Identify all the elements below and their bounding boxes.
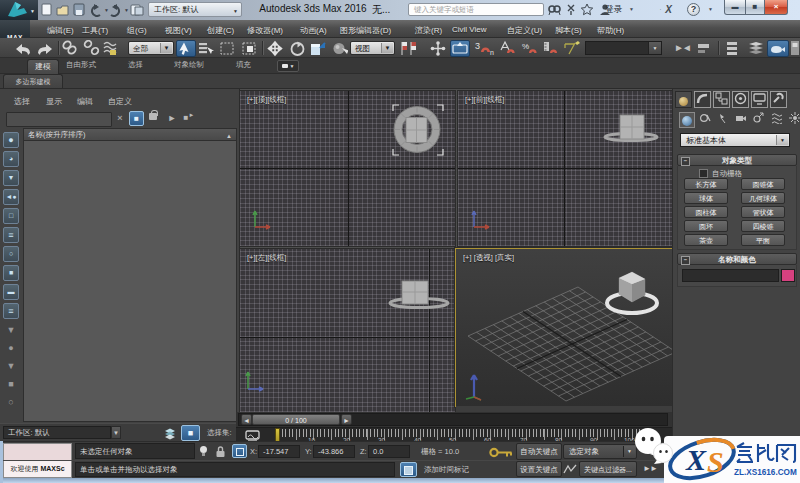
svg-text:%: % xyxy=(522,42,529,51)
svg-text:n: n xyxy=(490,49,494,56)
svg-text:X: X xyxy=(685,443,707,476)
svg-text:S: S xyxy=(707,445,724,478)
svg-text:ZL.XS1616.COM: ZL.XS1616.COM xyxy=(734,468,797,477)
svg-text:3: 3 xyxy=(475,41,480,51)
